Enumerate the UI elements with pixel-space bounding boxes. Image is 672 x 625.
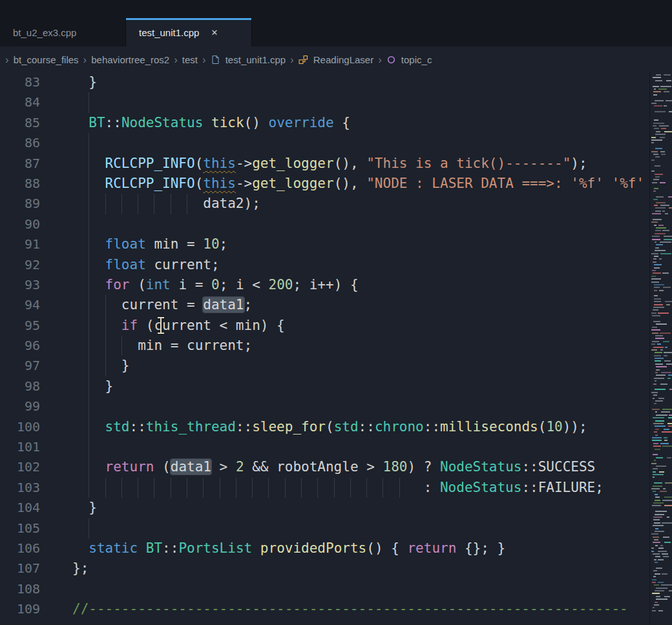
- indent-guide: [350, 478, 351, 498]
- code-text[interactable]: };: [40, 558, 649, 579]
- code-area[interactable]: 83 }8485 BT::NodeStatus tick() override …: [0, 72, 649, 625]
- code-text[interactable]: BT::NodeStatus tick() override {: [40, 113, 649, 133]
- code-text[interactable]: }: [40, 376, 649, 396]
- indent-guide: [317, 478, 318, 498]
- code-line: 85 BT::NodeStatus tick() override {: [0, 113, 649, 133]
- code-text[interactable]: for (int i = 0; i < 200; i++) {: [40, 275, 649, 295]
- code-text[interactable]: float min = 10;: [40, 234, 649, 254]
- code-line: 90: [0, 214, 649, 234]
- file-code-icon: [211, 54, 221, 65]
- code-text[interactable]: }: [40, 498, 649, 518]
- code-text[interactable]: static BT::PortsList providedPorts() { r…: [40, 538, 649, 558]
- code-line: 99: [0, 396, 649, 416]
- code-line: 87 RCLCPP_INFO(this->get_logger(), "This…: [0, 154, 649, 174]
- code-text[interactable]: }: [40, 72, 649, 92]
- class-icon: [299, 54, 309, 65]
- breadcrumb-item-test[interactable]: test: [182, 54, 198, 65]
- breadcrumb: ›bt_course_files›behaviortree_ros2›test›…: [0, 46, 672, 72]
- indent-guide: [121, 336, 122, 356]
- line-number: 107: [0, 558, 40, 579]
- code-line: 93 for (int i = 0; i < 200; i++) {: [0, 275, 649, 295]
- code-text[interactable]: [40, 437, 649, 457]
- code-text[interactable]: std::this_thread::sleep_for(std::chrono:…: [40, 417, 649, 437]
- tab-bar: bt_u2_ex3.cpptest_unit1.cpp✕: [0, 18, 672, 46]
- code-text[interactable]: if (current < min) {: [40, 316, 649, 336]
- indent-guide: [89, 194, 89, 214]
- code-line: 103 : NodeStatus::FAILURE;: [0, 478, 649, 498]
- indent-guide: [89, 336, 89, 356]
- line-number: 83: [0, 72, 40, 92]
- code-line: 84: [0, 92, 649, 112]
- indent-guide: [89, 437, 89, 457]
- indent-guide: [105, 478, 106, 498]
- code-line: 94 current = data1;: [0, 295, 649, 315]
- code-line: 92 float current;: [0, 255, 649, 275]
- line-number: 108: [0, 579, 40, 599]
- code-text[interactable]: //--------------------------------------…: [40, 599, 649, 619]
- code-text[interactable]: RCLCPP_INFO(this->get_logger(), "NODE : …: [40, 174, 649, 194]
- line-number: 106: [0, 538, 40, 558]
- line-number: 109: [0, 599, 40, 619]
- code-text[interactable]: data2);: [40, 194, 649, 214]
- indent-guide: [220, 478, 220, 498]
- code-text[interactable]: [40, 214, 649, 234]
- indent-guide: [187, 194, 187, 214]
- indent-guide: [105, 356, 106, 376]
- code-line: 105: [0, 518, 649, 538]
- tab-bt_u2_ex3.cpp[interactable]: bt_u2_ex3.cpp: [0, 18, 126, 46]
- code-text[interactable]: [40, 133, 649, 153]
- close-icon[interactable]: ✕: [211, 28, 218, 37]
- line-number: 84: [0, 92, 40, 112]
- chevron-right-icon: ›: [83, 54, 87, 65]
- line-number: 95: [0, 316, 40, 336]
- indent-guide: [236, 478, 236, 498]
- line-number: 101: [0, 437, 40, 457]
- vscode-window: { "theme": { "accent_blue": "#48a2e2", "…: [0, 0, 672, 625]
- code-text[interactable]: current = data1;: [40, 295, 649, 315]
- breadcrumb-item-test_unit1.cpp[interactable]: test_unit1.cpp: [226, 54, 286, 65]
- code-text[interactable]: min = current;: [40, 336, 649, 356]
- indent-guide: [138, 194, 138, 214]
- code-line: 108: [0, 579, 649, 599]
- code-text[interactable]: [40, 92, 649, 112]
- code-text[interactable]: float current;: [40, 255, 649, 275]
- code-text[interactable]: }: [40, 356, 649, 376]
- indent-guide: [154, 478, 154, 498]
- indent-guide: [187, 478, 187, 498]
- line-number: 90: [0, 214, 40, 234]
- code-line: 106 static BT::PortsList providedPorts()…: [0, 538, 649, 558]
- code-text[interactable]: [40, 396, 649, 416]
- indent-guide: [399, 478, 400, 498]
- indent-guide: [89, 295, 89, 315]
- line-number: 86: [0, 133, 40, 153]
- code-line: 91 float min = 10;: [0, 234, 649, 254]
- code-text[interactable]: return (data1 > 2 && robotAngle > 180) ?…: [40, 457, 649, 477]
- code-line: 104 }: [0, 498, 649, 518]
- indent-guide: [268, 478, 269, 498]
- code-line: 89 data2);: [0, 194, 649, 214]
- minimap[interactable]: [649, 72, 672, 625]
- chevron-right-icon: ›: [202, 54, 206, 65]
- code-line: 109//-----------------------------------…: [0, 599, 649, 619]
- breadcrumb-item-bt_course_files[interactable]: bt_course_files: [14, 54, 79, 65]
- code-line: 86: [0, 133, 649, 153]
- line-number: 93: [0, 275, 40, 295]
- indent-guide: [252, 478, 253, 498]
- indent-guide: [89, 234, 89, 254]
- breadcrumb-item-topic_c[interactable]: topic_c: [401, 54, 432, 65]
- code-text[interactable]: : NodeStatus::FAILURE;: [40, 478, 649, 498]
- tab-test_unit1.cpp[interactable]: test_unit1.cpp✕: [126, 18, 252, 46]
- code-text[interactable]: [40, 518, 649, 538]
- indent-guide: [89, 417, 89, 437]
- editor: 83 }8485 BT::NodeStatus tick() override …: [0, 72, 672, 625]
- indent-guide: [89, 214, 89, 234]
- code-text[interactable]: RCLCPP_INFO(this->get_logger(), "This is…: [40, 154, 649, 174]
- code-text[interactable]: [40, 579, 649, 599]
- breadcrumb-item-ReadingLaser[interactable]: ReadingLaser: [313, 54, 373, 65]
- indent-guide: [171, 194, 171, 214]
- tab-label: test_unit1.cpp: [139, 27, 199, 38]
- code-line: 95 if (current < min) {: [0, 316, 649, 336]
- indent-guide: [89, 92, 89, 112]
- indent-guide: [89, 154, 89, 174]
- breadcrumb-item-behaviortree_ros2[interactable]: behaviortree_ros2: [91, 54, 169, 65]
